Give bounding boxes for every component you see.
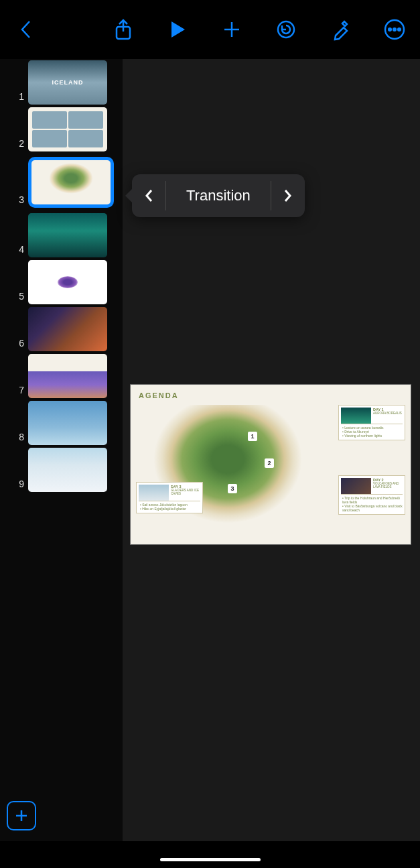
undo-button[interactable] [274, 17, 298, 42]
slide-number: 1 [0, 91, 24, 105]
format-button[interactable] [328, 17, 352, 42]
glacier-image [139, 485, 169, 501]
volcano-image [341, 478, 371, 494]
svg-point-7 [389, 28, 391, 31]
add-slide-button[interactable] [7, 801, 36, 830]
toolbar [0, 0, 420, 59]
slide-number: 2 [0, 138, 24, 151]
context-menu: Transition [132, 174, 305, 217]
svg-point-8 [393, 28, 396, 31]
aurora-image [341, 408, 371, 424]
back-button[interactable] [13, 17, 38, 42]
transition-button[interactable]: Transition [165, 181, 271, 211]
map-pin-2: 2 [265, 458, 274, 468]
slide-thumbnail-9[interactable]: 9 [0, 446, 123, 493]
slide-thumbnail-7[interactable]: 7 [0, 353, 123, 399]
map-pin-3: 3 [228, 484, 237, 493]
slide-thumbnail-3[interactable]: 3 [0, 153, 123, 212]
slide-number: 8 [0, 432, 24, 445]
slide-number: 6 [0, 338, 24, 351]
svg-marker-2 [171, 21, 185, 38]
slide-number: 4 [0, 244, 24, 257]
add-button[interactable] [220, 17, 244, 42]
menu-next-button[interactable] [271, 174, 305, 217]
callout-day2: DAY 2 VOLCANOES AND LAVA FIELDS Trip to … [338, 475, 405, 515]
current-slide[interactable]: AGENDA 1 2 3 DAY 1 AURORA BOREALIS Lectu… [130, 384, 411, 545]
slide-thumbnail-2[interactable]: 2 [0, 106, 123, 153]
menu-prev-button[interactable] [132, 174, 165, 217]
more-button[interactable] [382, 17, 407, 42]
slide-navigator[interactable]: 1 ICELAND 2 3 4 5 6 7 8 [0, 59, 123, 841]
slide-number: 5 [0, 291, 24, 304]
slide-number: 7 [0, 385, 24, 398]
play-button[interactable] [165, 17, 190, 42]
map-pin-1: 1 [248, 432, 257, 441]
home-indicator[interactable] [160, 858, 261, 861]
slide-thumbnail-5[interactable]: 5 [0, 259, 123, 306]
share-button[interactable] [111, 17, 135, 42]
slide-thumbnail-4[interactable]: 4 [0, 212, 123, 259]
slide-thumbnail-1[interactable]: 1 ICELAND [0, 59, 123, 106]
slide-number: 9 [0, 479, 24, 492]
slide-thumbnail-8[interactable]: 8 [0, 399, 123, 446]
slide-number: 3 [0, 194, 24, 208]
callout-day3: DAY 3 GLACIERS AND ICE CAVES Sail across… [136, 482, 203, 513]
slide-title: AGENDA [131, 385, 411, 399]
slide-thumbnail-6[interactable]: 6 [0, 306, 123, 353]
svg-point-9 [398, 28, 401, 31]
callout-day1: DAY 1 AURORA BOREALIS Lecture on aurora … [338, 405, 405, 440]
